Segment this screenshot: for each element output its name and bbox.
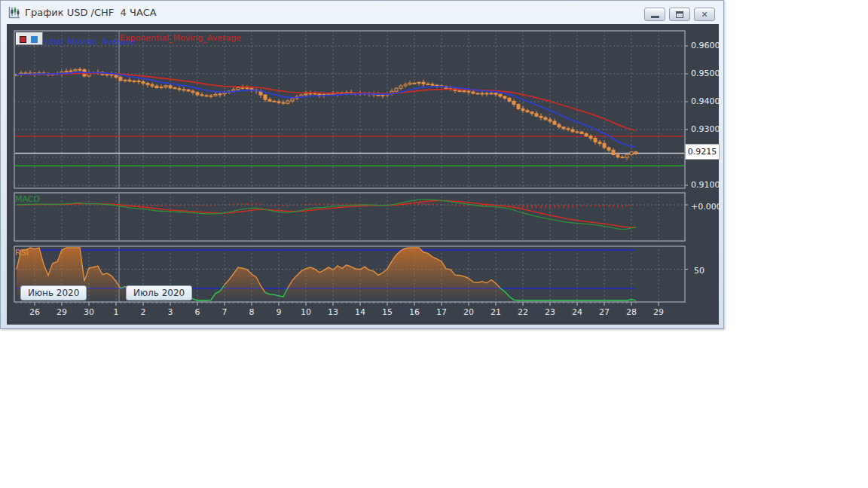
date-axis-label: 6	[186, 307, 209, 317]
macd-label: MACD	[15, 194, 40, 204]
price-axis-label: 0.9600	[691, 41, 723, 50]
date-axis-label: 30	[78, 307, 100, 317]
date-axis-label: 22	[512, 307, 534, 317]
price-axis-label: 0.9400	[691, 96, 723, 106]
ema-fast-swatch-icon	[30, 35, 38, 44]
rsi-label: RSI	[15, 248, 29, 258]
current-price-badge: 0.9215	[685, 144, 720, 160]
legend-color-swatches[interactable]	[16, 32, 43, 45]
date-axis-label: 3	[159, 307, 182, 317]
date-axis-label: 1	[105, 307, 127, 317]
date-axis-label: 16	[403, 307, 426, 317]
chart-canvas[interactable]	[1, 1, 725, 330]
date-axis-label: 20	[457, 307, 480, 317]
price-axis-label: 0.9100	[691, 180, 723, 190]
date-axis-label: 7	[213, 307, 236, 317]
rsi-axis-label: 50	[694, 266, 726, 276]
legend-ema-slow: Exponential_Moving_Average	[120, 33, 241, 43]
chart-client-area: Exponential_Moving_Average Exponential_M…	[7, 24, 719, 325]
month-button-june[interactable]: Июнь 2020	[20, 285, 87, 300]
date-axis-label: 2	[132, 307, 154, 317]
date-axis-label: 10	[295, 307, 317, 317]
macd-axis-label: +0.000	[691, 202, 723, 212]
date-axis-label: 24	[566, 307, 588, 317]
date-axis-label: 15	[376, 307, 399, 317]
date-axis-label: 9	[267, 307, 290, 317]
price-axis-label: 0.9300	[691, 124, 723, 134]
date-axis-label: 27	[593, 307, 616, 317]
date-axis-label: 28	[620, 307, 643, 317]
price-axis-label: 0.9500	[691, 69, 723, 78]
date-axis-label: 14	[349, 307, 371, 317]
date-axis-label: 21	[484, 307, 507, 317]
date-axis-label: 8	[240, 307, 263, 317]
date-axis-label: 26	[23, 307, 46, 317]
date-axis-label: 17	[430, 307, 453, 317]
date-axis-label: 23	[539, 307, 561, 317]
month-button-july[interactable]: Июль 2020	[126, 285, 192, 300]
chart-window: График USD /CHF 4 ЧАСА ✕ Exponential_Mov…	[0, 0, 724, 329]
date-axis-label: 29	[50, 307, 73, 317]
date-axis-label: 13	[322, 307, 344, 317]
date-axis-label: 29	[647, 307, 670, 317]
ema-slow-swatch-icon	[20, 36, 26, 43]
